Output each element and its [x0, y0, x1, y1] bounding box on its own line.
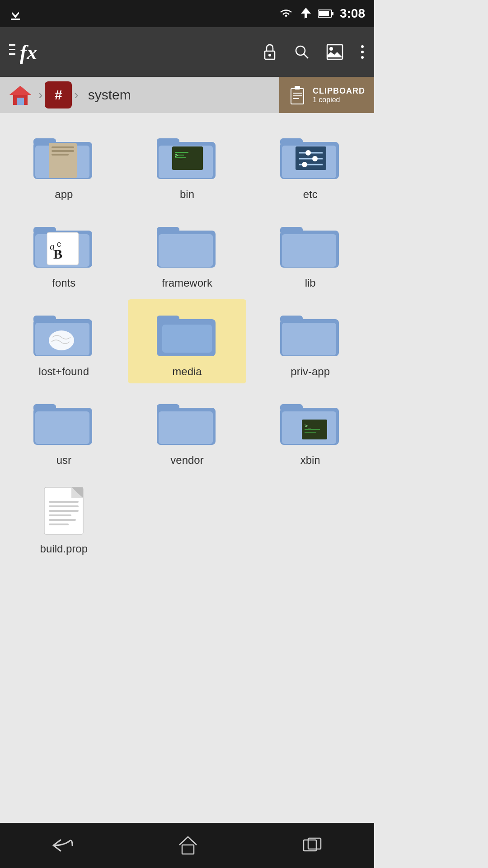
folder-lib[interactable]: lib — [251, 211, 370, 295]
search-icon[interactable] — [294, 44, 310, 60]
svg-rect-33 — [52, 150, 74, 152]
svg-rect-1 — [11, 19, 20, 20]
battery-icon — [318, 9, 334, 19]
image-icon[interactable] — [326, 44, 343, 60]
svg-rect-75 — [282, 323, 336, 355]
breadcrumb: › # › system CLIPBOARD 1 copied — [0, 77, 374, 113]
back-icon — [52, 836, 74, 854]
lock-icon[interactable] — [262, 43, 277, 61]
folder-bin-label: bin — [180, 188, 194, 201]
clipboard-badge[interactable]: CLIPBOARD 1 copied — [279, 77, 374, 113]
svg-rect-92 — [49, 501, 79, 503]
folder-app-icon — [30, 129, 98, 184]
svg-rect-71 — [157, 316, 179, 323]
svg-point-13 — [329, 47, 333, 51]
status-bar-left — [9, 6, 22, 21]
svg-point-52 — [302, 162, 307, 167]
breadcrumb-arrow-1: › — [38, 88, 42, 102]
status-bar: 3:08 — [0, 0, 374, 27]
svg-rect-40 — [175, 152, 188, 153]
svg-rect-72 — [162, 325, 212, 353]
folder-app-label: app — [55, 188, 73, 201]
svg-rect-44 — [280, 138, 303, 146]
folder-usr[interactable]: usr — [5, 388, 123, 472]
bottom-nav — [0, 823, 374, 868]
svg-rect-4 — [319, 11, 329, 16]
folder-etc[interactable]: etc — [251, 122, 370, 206]
folder-framework[interactable]: framework — [128, 211, 247, 295]
toolbar: fx — [0, 27, 374, 77]
svg-rect-62 — [159, 234, 213, 267]
file-build-prop-label: build.prop — [40, 542, 88, 555]
svg-text:B: B — [53, 246, 62, 261]
svg-rect-6 — [9, 49, 15, 50]
toolbar-actions — [262, 43, 365, 61]
recents-button[interactable] — [302, 836, 323, 854]
folder-fonts-icon: a c B — [30, 218, 98, 272]
breadcrumb-root[interactable]: # — [45, 81, 72, 108]
svg-rect-3 — [332, 12, 333, 15]
svg-text:>_: >_ — [305, 423, 311, 429]
svg-rect-74 — [280, 316, 303, 323]
menu-lines-icon — [9, 41, 16, 63]
svg-rect-65 — [282, 234, 336, 267]
clock: 3:08 — [340, 6, 365, 21]
folder-lost-found-icon — [30, 307, 98, 361]
breadcrumb-home[interactable] — [5, 81, 36, 108]
svg-rect-41 — [175, 155, 184, 156]
folder-framework-label: framework — [162, 277, 212, 289]
folder-lost-found[interactable]: lost+found — [5, 299, 123, 383]
folder-xbin[interactable]: >_ xbin — [251, 388, 370, 472]
more-icon[interactable] — [360, 44, 365, 60]
folder-vendor-icon — [153, 395, 221, 449]
folder-usr-label: usr — [56, 454, 71, 467]
svg-rect-36 — [157, 138, 179, 146]
svg-rect-94 — [49, 510, 79, 512]
folder-vendor[interactable]: vendor — [128, 388, 247, 472]
folder-vendor-label: vendor — [170, 454, 203, 467]
folder-app[interactable]: app — [5, 122, 123, 206]
svg-rect-83 — [280, 404, 303, 411]
svg-rect-93 — [49, 505, 79, 507]
folder-bin[interactable]: >_ bin — [128, 122, 247, 206]
folder-xbin-label: xbin — [300, 454, 320, 467]
svg-rect-64 — [280, 227, 303, 234]
file-build-prop-icon — [30, 484, 98, 538]
folder-lib-label: lib — [305, 277, 316, 289]
folder-media[interactable]: media — [128, 299, 247, 383]
svg-rect-95 — [49, 514, 71, 516]
svg-marker-0 — [12, 8, 19, 18]
svg-rect-77 — [33, 404, 56, 411]
folder-media-label: media — [172, 365, 202, 378]
svg-rect-22 — [17, 98, 24, 105]
home-button[interactable] — [178, 835, 198, 856]
home-icon — [9, 84, 32, 106]
airplane-icon — [299, 7, 313, 20]
folder-lost-found-label: lost+found — [39, 365, 89, 378]
folder-fonts[interactable]: a c B fonts — [5, 211, 123, 295]
folder-etc-label: etc — [303, 188, 318, 201]
folder-priv-app[interactable]: priv-app — [251, 299, 370, 383]
svg-rect-7 — [9, 53, 15, 55]
svg-rect-34 — [52, 154, 69, 156]
back-button[interactable] — [52, 836, 74, 854]
folder-lib-icon — [277, 218, 344, 272]
svg-rect-32 — [52, 146, 74, 148]
clipboard-icon — [288, 85, 306, 105]
svg-rect-42 — [175, 157, 186, 158]
svg-line-11 — [304, 54, 308, 58]
svg-point-69 — [49, 330, 74, 350]
svg-point-50 — [312, 156, 318, 161]
svg-rect-24 — [295, 86, 300, 90]
svg-marker-21 — [9, 86, 31, 95]
status-bar-right: 3:08 — [278, 6, 365, 21]
folder-fonts-label: fonts — [52, 277, 75, 289]
clipboard-title: CLIPBOARD — [313, 86, 365, 96]
folder-framework-icon — [153, 218, 221, 272]
folder-etc-icon — [277, 129, 344, 184]
svg-point-9 — [268, 54, 271, 57]
svg-rect-98 — [182, 845, 194, 854]
home-button-icon — [178, 835, 198, 856]
file-build-prop[interactable]: build.prop — [5, 476, 123, 561]
svg-rect-67 — [33, 316, 56, 323]
